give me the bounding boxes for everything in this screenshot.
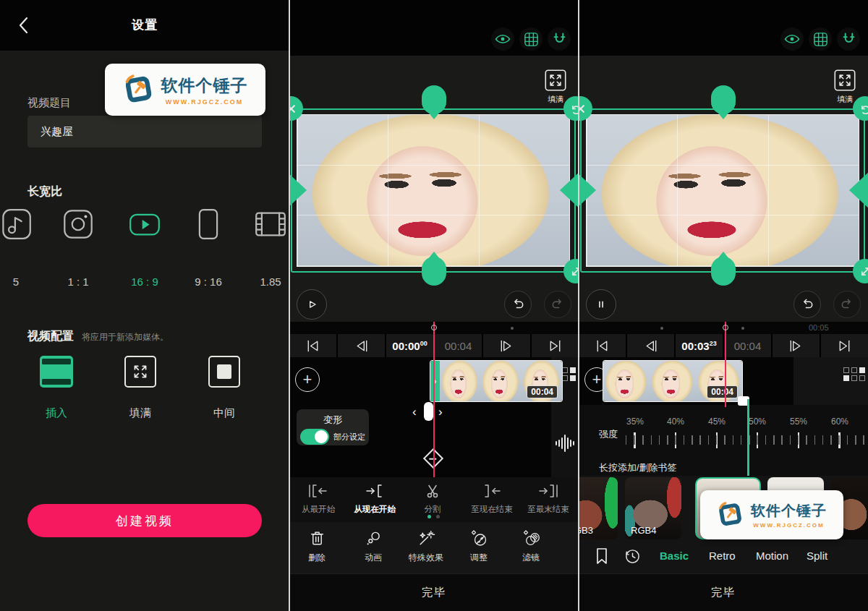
grid-toggle-button[interactable] <box>809 27 832 51</box>
next-frame-button[interactable] <box>773 334 820 357</box>
tab-retro[interactable]: Retro <box>709 550 736 562</box>
play-button[interactable] <box>297 289 327 320</box>
track-layers-icon[interactable] <box>843 367 865 381</box>
playhead[interactable] <box>725 322 726 407</box>
animation-button[interactable]: 动画 <box>344 529 402 564</box>
snap-magnet-button[interactable] <box>548 27 571 51</box>
config-option-insert[interactable]: 插入 <box>24 356 89 420</box>
rotate-icon <box>860 103 868 114</box>
pause-button[interactable] <box>586 289 616 320</box>
crop-handle-left[interactable] <box>579 171 596 209</box>
add-media-button[interactable]: + <box>295 367 320 392</box>
timeline-clip[interactable]: › 00:04 <box>430 360 563 402</box>
snap-magnet-button[interactable] <box>837 27 860 51</box>
filter-preset-rgb3[interactable]: GB3 <box>579 477 618 539</box>
skip-start-icon <box>305 338 321 354</box>
end-at-last-button[interactable]: 至最末结束 <box>518 483 579 515</box>
audio-waveform-icon[interactable] <box>554 432 576 454</box>
intensity-indicator[interactable] <box>747 399 749 476</box>
undo-button[interactable] <box>793 291 821 318</box>
aspect-option-1-1[interactable]: 1 : 1 <box>55 208 101 288</box>
filter-preset-rgb4[interactable]: RGB4 <box>625 477 681 539</box>
tab-motion[interactable]: Motion <box>756 550 788 562</box>
youtube-icon <box>129 208 161 240</box>
crop-handle-right[interactable] <box>849 171 868 209</box>
redo-button[interactable] <box>833 291 861 318</box>
bookmark-button[interactable] <box>593 547 610 565</box>
center-square-icon <box>208 356 240 388</box>
video-title-input[interactable]: 兴趣屋 <box>27 116 262 148</box>
trim-from-now-button[interactable]: 从现在开始 <box>344 483 405 515</box>
history-button[interactable] <box>624 547 642 565</box>
bookmark-hint: 长按添加/删除书签 <box>599 461 677 474</box>
aspect-option-1-85[interactable]: 1.85 <box>247 208 289 288</box>
social-app-icon <box>0 208 32 240</box>
next-frame-button[interactable] <box>483 334 530 357</box>
preview-visibility-button[interactable] <box>491 27 514 51</box>
done-bar[interactable]: 完毕 <box>579 573 868 611</box>
playhead[interactable] <box>433 322 435 477</box>
aspect-option-9-16[interactable]: 9 : 16 <box>185 208 231 288</box>
playhead-knob[interactable] <box>431 325 437 330</box>
done-bar[interactable]: 完毕 <box>289 573 579 611</box>
watermark-url: WWW.RJGCZ.COM <box>751 522 827 529</box>
skip-to-end-button[interactable] <box>821 334 868 357</box>
expand-icon <box>544 69 567 92</box>
crop-handle-top[interactable] <box>422 85 446 119</box>
fill-mode-button[interactable]: 填满 <box>833 69 856 105</box>
previous-frame-button[interactable] <box>338 334 385 357</box>
pause-icon <box>594 297 608 312</box>
adjust-button[interactable]: 调整 <box>450 529 508 564</box>
clip-trim-left-handle[interactable]: › <box>430 361 440 401</box>
tab-split[interactable]: Split <box>807 550 827 562</box>
skip-to-end-button[interactable] <box>532 334 579 357</box>
aspect-option-4-5[interactable]: 5 <box>0 208 39 288</box>
skip-to-start-button[interactable] <box>579 334 626 357</box>
prev-frame-icon <box>642 338 659 354</box>
next-frame-icon <box>498 338 515 354</box>
rule-of-thirds-grid <box>297 115 569 266</box>
clip-boundary-handle[interactable] <box>424 402 433 421</box>
grid-toggle-button[interactable] <box>519 27 542 51</box>
config-option-fill[interactable]: 填满 <box>108 356 173 420</box>
create-video-button[interactable]: 创建视频 <box>27 504 262 537</box>
special-effects-button[interactable]: 特殊效果 <box>397 529 455 564</box>
preview-visibility-button[interactable] <box>780 27 804 51</box>
transform-toggle[interactable] <box>300 429 329 445</box>
skip-to-start-button[interactable] <box>289 334 336 357</box>
watermark-logo-icon <box>717 501 744 529</box>
delete-button[interactable]: 删除 <box>289 529 346 564</box>
crop-handle-top[interactable] <box>711 85 736 119</box>
crop-handle-bottom[interactable] <box>422 252 446 286</box>
crop-handle-right[interactable] <box>560 171 579 209</box>
clip-duration-badge: 00:04 <box>527 385 558 398</box>
aspect-option-16-9[interactable]: 16 : 9 <box>122 208 168 288</box>
config-option-center[interactable]: 中间 <box>192 356 257 420</box>
app-stage: 设置 软件个锤子 WWW.RJGCZ.COM 视频题目 兴趣屋 长宽比 5 1 … <box>0 0 868 611</box>
magic-wand-icon <box>417 529 435 547</box>
redo-icon <box>550 297 565 312</box>
trim-from-now-icon <box>364 483 386 499</box>
crop-handle-bottom[interactable] <box>711 252 736 286</box>
close-icon <box>289 104 296 114</box>
intensity-label: 强度 <box>599 428 618 441</box>
playhead-knob[interactable] <box>723 325 728 330</box>
tab-basic[interactable]: Basic <box>660 550 689 562</box>
scissors-icon <box>424 483 441 499</box>
split-button[interactable]: 分割 <box>402 483 463 515</box>
config-section-label: 视频配置 <box>27 329 74 344</box>
redo-button[interactable] <box>544 291 571 318</box>
undo-button[interactable] <box>504 291 532 318</box>
clip-toolbar: 删除 动画 特殊效果 调整 滤镜 <box>289 522 579 573</box>
trim-from-start-button[interactable]: 从最开始 <box>289 483 349 515</box>
nudge-right-arrow[interactable]: › <box>438 406 443 418</box>
previous-frame-button[interactable] <box>627 334 674 357</box>
transport-bar: 00:0323 00:04 <box>579 334 868 357</box>
nudge-left-arrow[interactable]: ‹ <box>412 406 417 418</box>
fill-mode-button[interactable]: 填满 <box>544 69 567 105</box>
redo-icon <box>840 297 854 312</box>
timeline-clip[interactable]: 00:04 <box>603 360 743 402</box>
filter-button[interactable]: 滤镜 <box>502 529 560 564</box>
crop-handle-left[interactable] <box>289 171 307 209</box>
end-at-now-button[interactable]: 至现在结束 <box>461 483 522 515</box>
